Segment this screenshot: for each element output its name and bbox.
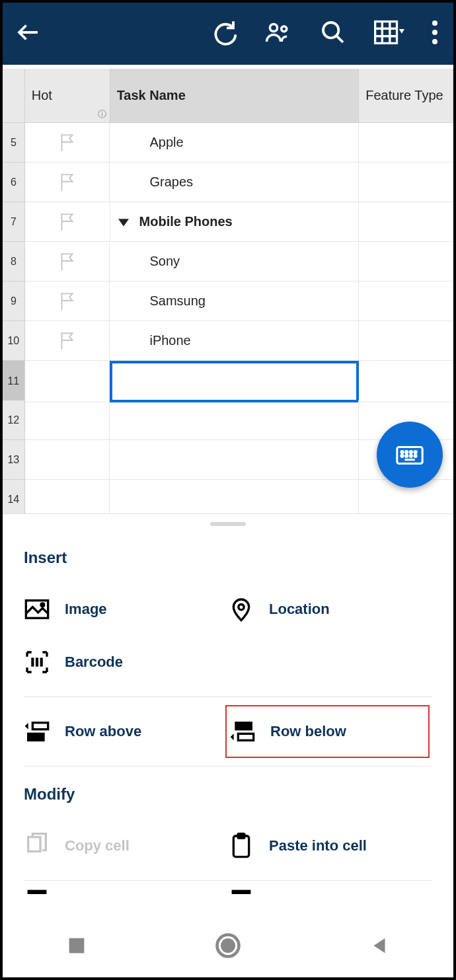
grid-view-icon[interactable] [374, 20, 404, 48]
svg-rect-28 [28, 734, 44, 740]
info-icon: ⓘ [98, 108, 106, 120]
outdent-button[interactable] [24, 889, 228, 899]
insert-barcode-label: Barcode [65, 654, 123, 671]
row-number[interactable]: 11 [3, 361, 25, 402]
svg-point-39 [410, 451, 412, 453]
svg-point-23 [239, 605, 244, 610]
cell-task[interactable] [110, 361, 359, 402]
row-number[interactable]: 9 [3, 282, 25, 321]
svg-rect-31 [28, 837, 40, 852]
cell-hot[interactable] [25, 440, 110, 480]
cell-task[interactable]: Samsung [110, 282, 359, 321]
header-hot[interactable]: Hot ⓘ [25, 69, 110, 123]
back-button[interactable] [15, 19, 42, 49]
row-number[interactable]: 8 [3, 242, 25, 282]
cell-feature[interactable] [359, 163, 453, 202]
row-above-icon [24, 718, 50, 745]
indent-icon [228, 889, 254, 899]
cell-hot[interactable] [25, 123, 110, 163]
cell-hot[interactable] [25, 321, 110, 361]
insert-row-2: Barcode [24, 636, 432, 689]
cell-feature[interactable] [359, 242, 453, 282]
svg-point-3 [323, 22, 338, 38]
table-row: 5Apple [3, 123, 453, 163]
svg-point-41 [401, 455, 403, 457]
cell-task[interactable] [110, 440, 359, 480]
cell-feature[interactable] [359, 282, 453, 321]
divider [24, 880, 432, 881]
svg-point-11 [432, 20, 437, 26]
cell-hot[interactable] [25, 400, 110, 440]
nav-recents[interactable] [65, 934, 88, 960]
row-below-button[interactable]: Row below [225, 705, 430, 758]
cell-feature[interactable] [359, 361, 453, 402]
header-feature-label: Feature Type [365, 88, 443, 103]
cell-feature[interactable] [359, 202, 453, 242]
svg-point-13 [432, 39, 437, 44]
paste-cell-label: Paste into cell [269, 837, 367, 854]
insert-row-3: Row above Row below [24, 705, 432, 758]
table-row: 10iPhone [3, 321, 453, 361]
cell-task[interactable]: iPhone [110, 321, 359, 361]
cell-task[interactable]: Grapes [110, 163, 359, 202]
drag-handle[interactable] [210, 522, 246, 526]
outdent-icon [24, 889, 50, 899]
cell-hot[interactable] [25, 202, 110, 242]
table-row: 8Sony [3, 242, 453, 282]
paste-icon [228, 833, 254, 859]
table-row: 6Grapes [3, 163, 453, 202]
row-above-label: Row above [65, 723, 141, 740]
nav-home[interactable] [213, 931, 243, 963]
header-task[interactable]: Task Name [110, 69, 360, 123]
row-number[interactable]: 12 [3, 400, 25, 440]
bottom-sheet: Insert Image Location Barcode Row above … [3, 522, 453, 924]
row-below-icon [229, 718, 256, 745]
share-people-icon[interactable] [264, 19, 292, 49]
nav-back[interactable] [368, 934, 391, 960]
search-icon[interactable] [320, 19, 346, 48]
header-task-label: Task Name [117, 88, 186, 103]
copy-cell-label: Copy cell [65, 837, 130, 854]
keyboard-icon [395, 439, 425, 470]
svg-point-48 [221, 938, 235, 953]
cell-hot[interactable] [25, 361, 110, 402]
row-number[interactable]: 13 [3, 440, 25, 480]
cell-task[interactable] [110, 400, 359, 440]
cell-hot[interactable] [25, 480, 110, 514]
row-above-button[interactable]: Row above [24, 705, 228, 758]
row-number[interactable]: 10 [3, 321, 25, 361]
row-number[interactable]: 14 [3, 480, 25, 514]
keyboard-fab[interactable] [377, 422, 443, 488]
svg-point-42 [406, 455, 408, 457]
svg-marker-49 [374, 938, 385, 954]
cell-hot[interactable] [25, 242, 110, 282]
cell-task[interactable] [110, 480, 359, 514]
insert-location-button[interactable]: Location [228, 583, 432, 636]
insert-barcode-button[interactable]: Barcode [24, 636, 228, 689]
refresh-icon[interactable] [210, 19, 237, 48]
cell-hot[interactable] [25, 163, 110, 202]
insert-image-button[interactable]: Image [24, 583, 228, 636]
svg-line-4 [336, 36, 343, 42]
cell-feature[interactable] [359, 123, 453, 163]
cell-hot[interactable] [25, 282, 110, 321]
app-header [3, 3, 453, 65]
more-icon[interactable] [432, 20, 437, 47]
header-feature[interactable]: Feature Type [359, 69, 453, 123]
modify-row-1: Copy cell Paste into cell [24, 819, 432, 872]
svg-rect-46 [69, 938, 85, 954]
cell-feature[interactable] [359, 321, 453, 361]
android-navbar [3, 917, 453, 977]
cell-task[interactable]: Sony [110, 242, 359, 282]
row-number[interactable]: 5 [3, 123, 25, 163]
cell-task[interactable]: Mobile Phones [110, 202, 360, 242]
cell-task[interactable]: Apple [110, 123, 359, 163]
svg-point-43 [410, 455, 412, 457]
row-number[interactable]: 7 [3, 202, 25, 242]
modify-section-title: Modify [24, 785, 432, 804]
indent-button[interactable] [228, 889, 432, 899]
paste-cell-button[interactable]: Paste into cell [228, 819, 432, 872]
svg-rect-34 [28, 890, 47, 894]
row-number[interactable]: 6 [3, 163, 25, 202]
insert-location-label: Location [269, 601, 330, 618]
